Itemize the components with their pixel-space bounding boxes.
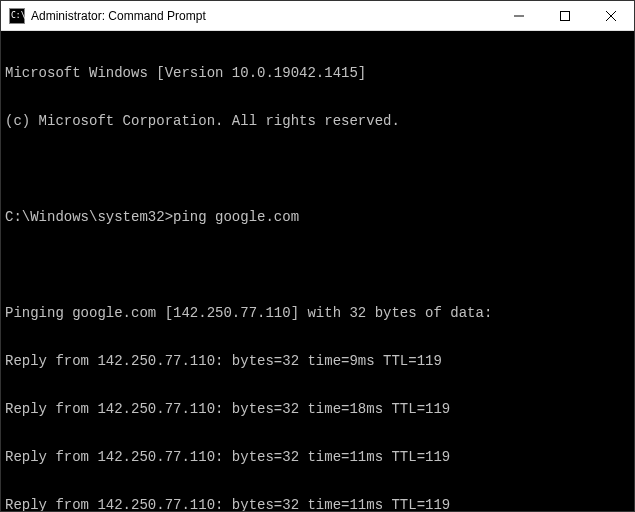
close-button[interactable] [588,1,634,30]
command-prompt-window: C:\ Administrator: Command Prompt Micros… [0,0,635,512]
reply-line: Reply from 142.250.77.110: bytes=32 time… [5,497,630,511]
command-text: ping google.com [173,209,299,225]
cmd-icon: C:\ [9,8,25,24]
terminal-area[interactable]: Microsoft Windows [Version 10.0.19042.14… [1,31,634,511]
reply-line: Reply from 142.250.77.110: bytes=32 time… [5,353,630,369]
maximize-button[interactable] [542,1,588,30]
svg-text:C:\: C:\ [11,11,25,20]
prompt-line-1: C:\Windows\system32>ping google.com [5,209,630,225]
ping-header-line: Pinging google.com [142.250.77.110] with… [5,305,630,321]
prompt-path: C:\Windows\system32> [5,209,173,225]
blank-line [5,257,630,273]
window-title: Administrator: Command Prompt [31,9,496,23]
version-line: Microsoft Windows [Version 10.0.19042.14… [5,65,630,81]
copyright-line: (c) Microsoft Corporation. All rights re… [5,113,630,129]
window-controls [496,1,634,30]
reply-line: Reply from 142.250.77.110: bytes=32 time… [5,401,630,417]
minimize-button[interactable] [496,1,542,30]
reply-line: Reply from 142.250.77.110: bytes=32 time… [5,449,630,465]
blank-line [5,161,630,177]
titlebar[interactable]: C:\ Administrator: Command Prompt [1,1,634,31]
svg-rect-4 [561,11,570,20]
